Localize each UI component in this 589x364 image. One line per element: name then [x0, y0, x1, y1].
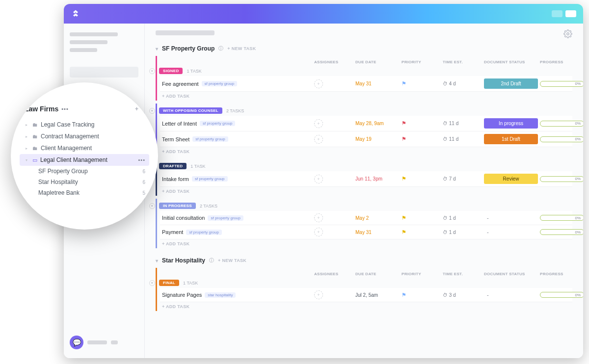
folder-icon: ▭: [32, 157, 37, 163]
add-task-button[interactable]: + ADD TASK: [160, 147, 572, 156]
new-task-button[interactable]: + NEW TASK: [227, 46, 256, 51]
progress-bar[interactable]: 0%: [540, 292, 583, 298]
progress-bar[interactable]: 0%: [540, 136, 583, 142]
add-task-button[interactable]: + ADD TASK: [160, 239, 572, 248]
add-list-icon[interactable]: +: [135, 105, 138, 113]
task-due-date[interactable]: May 31: [355, 230, 400, 235]
progress-bar[interactable]: 0%: [540, 81, 583, 87]
new-task-button[interactable]: + NEW TASK: [218, 258, 246, 263]
svg-point-0: [567, 33, 569, 35]
priority-flag-icon[interactable]: ⚑: [402, 176, 441, 182]
priority-flag-icon[interactable]: ⚑: [402, 215, 441, 221]
task-due-date[interactable]: Jun 11, 3pm: [355, 176, 400, 182]
sidebar-item[interactable]: ▸🖿Legal Case Tracking: [20, 119, 149, 130]
sidebar-item[interactable]: ▸🖿Contract Management: [20, 130, 149, 142]
task-row[interactable]: Letter of Intentsf property group + May …: [160, 116, 572, 131]
task-row[interactable]: Fee agreementsf property group + May 31 …: [160, 76, 572, 92]
sidebar-item-label: Legal Client Management: [40, 156, 107, 163]
task-tag[interactable]: sf property group: [200, 121, 235, 126]
sidebar-sub-item[interactable]: Star Hospitality6: [20, 177, 149, 187]
chat-fab-icon[interactable]: 💬: [70, 336, 83, 349]
info-icon[interactable]: ⓘ: [209, 257, 214, 264]
status-collapse-icon[interactable]: ▾: [149, 108, 155, 114]
sidebar-search-placeholder[interactable]: [70, 67, 138, 78]
task-tag[interactable]: sf property group: [192, 136, 228, 142]
priority-flag-icon[interactable]: ⚑: [402, 136, 441, 142]
progress-bar[interactable]: 0%: [540, 176, 583, 182]
assignee-add-icon[interactable]: +: [314, 213, 323, 222]
status-collapse-icon[interactable]: ▾: [149, 68, 155, 74]
group-collapse-icon[interactable]: ▾: [156, 258, 158, 263]
status-pill[interactable]: SIGNED: [159, 68, 183, 74]
task-tag[interactable]: sf property group: [192, 176, 227, 182]
assignee-add-icon[interactable]: +: [314, 175, 323, 183]
priority-flag-icon[interactable]: ⚑: [402, 229, 441, 235]
task-tag[interactable]: sf property group: [208, 215, 243, 221]
assignee-add-icon[interactable]: +: [314, 228, 323, 236]
task-tag[interactable]: sf property group: [186, 230, 221, 235]
task-due-date[interactable]: May 28, 9am: [355, 121, 400, 126]
task-row[interactable]: Signature Pagesstar hospitality + Jul 2,…: [160, 288, 572, 302]
status-section: ASSIGNEESDUE DATEPRIORITYTIME EST.DOCUME…: [156, 268, 572, 311]
task-due-date[interactable]: Jul 2, 5am: [355, 292, 400, 298]
item-more-icon[interactable]: •••: [138, 157, 145, 163]
task-time-estimate[interactable]: ⏱ 1 d: [443, 230, 482, 235]
task-tag[interactable]: sf property group: [202, 81, 237, 86]
task-due-date[interactable]: May 2: [355, 215, 400, 221]
sidebar-item[interactable]: ▾▭Legal Client Management•••: [20, 154, 149, 166]
task-time-estimate[interactable]: ⏱ 11 d: [443, 136, 482, 142]
priority-flag-icon[interactable]: ⚑: [402, 292, 441, 298]
add-task-button[interactable]: + ADD TASK: [160, 302, 572, 311]
progress-bar[interactable]: 0%: [540, 121, 583, 127]
task-tag[interactable]: star hospitality: [205, 292, 236, 298]
window-minimize-button[interactable]: [552, 10, 562, 17]
task-due-date[interactable]: May 19: [355, 136, 400, 142]
status-collapse-icon[interactable]: ▾: [149, 280, 155, 286]
info-icon[interactable]: ⓘ: [218, 45, 223, 52]
status-collapse-icon[interactable]: ▾: [149, 203, 155, 209]
doc-status-badge[interactable]: In progress: [484, 118, 538, 129]
sub-item-count: 6: [142, 180, 145, 185]
task-row[interactable]: Initial consultationsf property group + …: [160, 211, 572, 225]
group-collapse-icon[interactable]: ▾: [156, 46, 158, 52]
add-task-button[interactable]: + ADD TASK: [160, 187, 572, 196]
doc-status-badge[interactable]: Review: [484, 174, 538, 184]
assignee-add-icon[interactable]: +: [314, 119, 323, 128]
task-row[interactable]: Intake formsf property group + Jun 11, 3…: [160, 171, 572, 187]
task-time-estimate[interactable]: ⏱ 11 d: [443, 121, 482, 126]
sidebar-sub-item[interactable]: SF Property Group6: [20, 166, 149, 177]
task-title: Intake form: [162, 176, 189, 182]
doc-status-badge[interactable]: 2nd Draft: [484, 78, 538, 89]
priority-flag-icon[interactable]: ⚑: [402, 120, 441, 127]
col-time-est: TIME EST.: [443, 60, 482, 64]
add-task-button[interactable]: + ADD TASK: [160, 92, 572, 101]
status-pill[interactable]: FINAL: [159, 280, 179, 286]
sidebar-sub-item[interactable]: Mapletree Bank5: [20, 187, 149, 198]
doc-status-badge[interactable]: 1st Draft: [484, 134, 538, 144]
task-time-estimate[interactable]: ⏱ 7 d: [443, 176, 482, 182]
status-pill[interactable]: WITH OPPOSING COUNSEL: [159, 107, 222, 114]
task-due-date[interactable]: May 31: [355, 81, 400, 86]
status-pill[interactable]: DRAFTED: [159, 163, 187, 169]
progress-bar[interactable]: 0%: [540, 215, 583, 221]
priority-flag-icon[interactable]: ⚑: [402, 80, 441, 87]
assignee-add-icon[interactable]: +: [314, 79, 323, 88]
window-maximize-button[interactable]: [565, 10, 576, 17]
task-title: Signature Pages: [162, 292, 202, 298]
col-due-date: DUE DATE: [355, 60, 400, 64]
settings-icon[interactable]: [563, 29, 572, 40]
task-time-estimate[interactable]: ⏱ 4 d: [443, 81, 482, 86]
task-time-estimate[interactable]: ⏱ 3 d: [443, 292, 482, 298]
assignee-add-icon[interactable]: +: [314, 290, 323, 299]
space-title: Law Firms: [25, 105, 58, 113]
task-row[interactable]: Paymentsf property group + May 31 ⚑ ⏱ 1 …: [160, 225, 572, 239]
space-more-icon[interactable]: •••: [61, 106, 69, 112]
col-priority: PRIORITY: [402, 60, 441, 64]
status-pill[interactable]: IN PROGRESS: [159, 203, 196, 209]
assignee-add-icon[interactable]: +: [314, 135, 323, 144]
col-doc-status: DOCUMENT STATUS: [484, 60, 538, 64]
sidebar-item[interactable]: ▸🖿Client Management: [20, 142, 149, 154]
task-time-estimate[interactable]: ⏱ 1 d: [443, 215, 482, 221]
task-row[interactable]: Term Sheetsf property group + May 19 ⚑ ⏱…: [160, 131, 572, 147]
progress-bar[interactable]: 0%: [540, 229, 583, 235]
